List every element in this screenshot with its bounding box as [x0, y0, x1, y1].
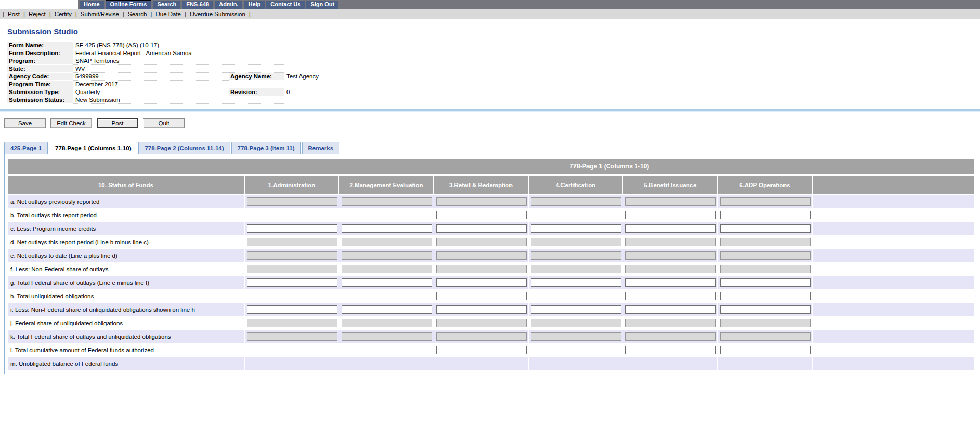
grid-cell-c-col6 — [718, 222, 813, 235]
subnav-item-post[interactable]: Post — [8, 11, 20, 17]
input-i-col3[interactable] — [436, 305, 527, 314]
input-l-col4[interactable] — [531, 346, 621, 354]
grid-cell-a-col5 — [623, 195, 718, 208]
quit-button[interactable]: Quit — [143, 118, 185, 128]
grid-cell-f-col3 — [434, 262, 529, 275]
input-a-col4 — [531, 197, 621, 206]
input-g-col2[interactable] — [342, 278, 432, 287]
tab-778-page-2-columns-11-14[interactable]: 778-Page 2 (Columns 11-14) — [138, 142, 230, 154]
subnav-item-search[interactable]: Search — [128, 11, 147, 17]
input-b-col4[interactable] — [531, 211, 621, 219]
grid-cell-filler-c — [813, 222, 974, 235]
input-i-col6[interactable] — [720, 305, 811, 314]
input-c-col6[interactable] — [720, 224, 811, 233]
input-h-col5[interactable] — [625, 292, 716, 300]
post-button[interactable]: Post — [97, 118, 138, 128]
nav-item-sign-out[interactable]: Sign Out — [306, 1, 338, 9]
info-value-form-description: Federal Financial Report - American Samo… — [73, 49, 229, 57]
nav-item-admin[interactable]: Admin. — [215, 1, 242, 9]
input-i-col4[interactable] — [531, 305, 621, 314]
input-h-col4[interactable] — [531, 292, 621, 300]
tab-778-page-3-item-11[interactable]: 778-Page 3 (Item 11) — [231, 142, 301, 154]
tab-remarks[interactable]: Remarks — [302, 142, 340, 154]
info-value-agency-code: 5499999 — [73, 73, 229, 81]
input-g-col1[interactable] — [247, 278, 337, 287]
grid-cell-e-col3 — [434, 249, 529, 262]
grid-row-j: j. Federal share of unliquidated obligat… — [8, 316, 974, 330]
nav-item-online-forms[interactable]: Online Forms — [106, 0, 152, 9]
grid-cell-j-col2 — [339, 317, 434, 330]
input-i-col5[interactable] — [625, 305, 716, 314]
grid-cell-e-col2 — [339, 249, 434, 262]
nav-item-help[interactable]: Help — [244, 1, 265, 9]
input-h-col1[interactable] — [247, 292, 337, 300]
input-l-col3[interactable] — [436, 346, 527, 354]
input-c-col4[interactable] — [531, 224, 621, 233]
subnav-item-reject[interactable]: Reject — [29, 11, 46, 17]
nav-left-spacer — [0, 0, 78, 9]
subnav-item-submit-revise[interactable]: Submit/Revise — [81, 11, 119, 17]
grid-cell-m-col1 — [245, 357, 339, 370]
main-content: Submission Studio Form Name:SF-425 (FNS-… — [0, 27, 980, 374]
subnav-item-overdue-submission[interactable]: Overdue Submission — [190, 11, 245, 17]
input-l-col5[interactable] — [625, 346, 716, 354]
input-c-col2[interactable] — [342, 224, 432, 233]
subnav-item-due-date[interactable]: Due Date — [155, 11, 181, 17]
grid-cell-m-col5 — [623, 357, 718, 370]
info-label-form-description: Form Description: — [7, 49, 73, 57]
input-d-col6 — [720, 238, 811, 246]
row-label-d: d. Net outlays this report period (Line … — [8, 235, 245, 248]
row-label-j: j. Federal share of unliquidated obligat… — [8, 317, 245, 330]
input-l-col1[interactable] — [247, 346, 337, 354]
nav-item-fns-648[interactable]: FNS-648 — [182, 1, 213, 9]
input-j-col3 — [436, 319, 527, 327]
grid-cell-i-col6 — [718, 303, 813, 316]
nav-item-search[interactable]: Search — [153, 1, 180, 9]
input-g-col6[interactable] — [720, 278, 811, 287]
input-c-col5[interactable] — [625, 224, 716, 233]
subnav-item-certify[interactable]: Certify — [55, 11, 72, 17]
input-b-col3[interactable] — [436, 211, 527, 219]
input-l-col2[interactable] — [342, 346, 432, 354]
column-header-4-certification: 4.Certification — [529, 176, 623, 194]
input-i-col1[interactable] — [247, 305, 337, 314]
input-l-col6[interactable] — [720, 346, 811, 354]
grid-cell-i-col4 — [529, 303, 623, 316]
row-label-h: h. Total unliquidated obligations — [8, 290, 245, 303]
input-f-col4 — [531, 265, 621, 273]
input-b-col2[interactable] — [342, 211, 432, 219]
input-h-col2[interactable] — [342, 292, 432, 300]
separator: | — [185, 11, 186, 17]
tab-425-page-1[interactable]: 425-Page 1 — [4, 142, 48, 154]
grid-cell-d-col6 — [718, 235, 813, 248]
grid-cell-g-col4 — [529, 276, 623, 289]
input-i-col2[interactable] — [342, 305, 432, 314]
input-h-col3[interactable] — [436, 292, 527, 300]
info-label-spacer — [229, 57, 284, 65]
info-label-spacer — [229, 42, 284, 49]
separator: | — [249, 11, 251, 17]
info-label-state: State: — [7, 65, 73, 73]
input-b-col6[interactable] — [720, 211, 811, 219]
input-f-col5 — [625, 265, 716, 273]
input-g-col5[interactable] — [625, 278, 716, 287]
input-f-col1 — [247, 265, 337, 273]
grid-row-m: m. Unobligated balance of Federal funds — [8, 357, 974, 370]
input-d-col2 — [342, 238, 432, 246]
input-g-col4[interactable] — [531, 278, 621, 287]
edit-check-button[interactable]: Edit Check — [50, 118, 92, 128]
input-c-col1[interactable] — [247, 224, 337, 233]
input-g-col3[interactable] — [436, 278, 527, 287]
nav-item-contact-us[interactable]: Contact Us — [266, 1, 305, 9]
save-button[interactable]: Save — [4, 118, 46, 128]
input-c-col3[interactable] — [436, 224, 527, 233]
info-value-spacer — [284, 96, 382, 104]
input-b-col5[interactable] — [625, 211, 716, 219]
input-h-col6[interactable] — [720, 292, 811, 300]
nav-item-home[interactable]: Home — [80, 1, 104, 9]
grid-row-c: c. Less: Program income credits — [8, 221, 974, 235]
input-b-col1[interactable] — [247, 211, 337, 219]
grid-cell-l-col2 — [339, 344, 434, 357]
separator: | — [123, 11, 124, 17]
tab-778-page-1-columns-1-10[interactable]: 778-Page 1 (Columns 1-10) — [49, 142, 137, 154]
